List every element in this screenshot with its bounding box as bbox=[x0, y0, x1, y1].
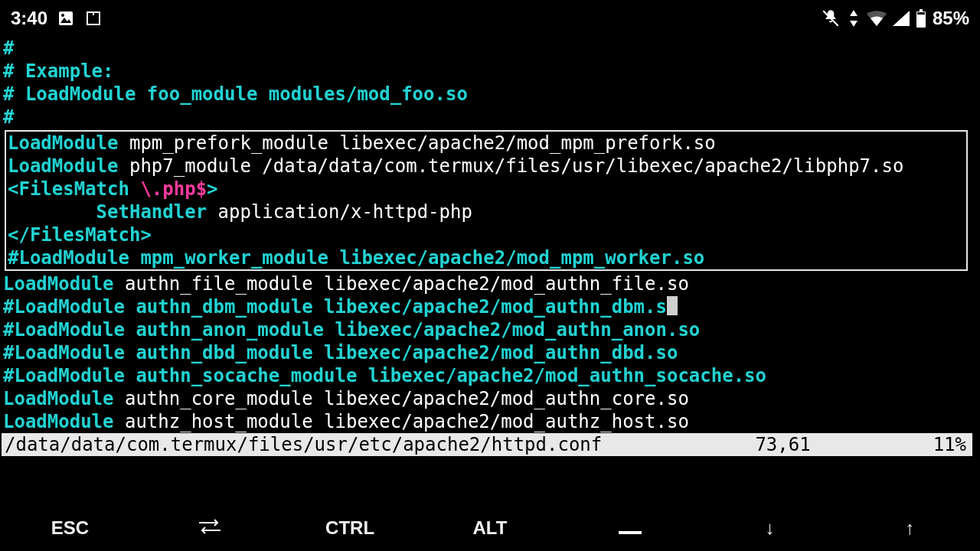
vim-file-path: /data/data/com.termux/files/usr/etc/apac… bbox=[5, 434, 602, 455]
code-line: #LoadModule authn_socache_module libexec… bbox=[3, 364, 977, 387]
code-line: LoadModule authn_core_module libexec/apa… bbox=[3, 387, 977, 410]
code-line: LoadModule authn_file_module libexec/apa… bbox=[3, 272, 977, 295]
code-line: # Example: bbox=[3, 60, 977, 83]
svg-marker-6 bbox=[850, 10, 858, 16]
key-down[interactable]: ↓ bbox=[732, 517, 808, 539]
battery-icon bbox=[916, 9, 926, 28]
code-line: SetHandler application/x-httpd-php bbox=[8, 201, 965, 223]
svg-rect-11 bbox=[917, 12, 925, 15]
svg-point-2 bbox=[61, 14, 64, 17]
wifi-icon bbox=[867, 11, 887, 26]
key-dash[interactable] bbox=[592, 517, 668, 539]
battery-percent: 85% bbox=[933, 8, 969, 29]
vim-cursor-pos: 73,61 bbox=[755, 434, 810, 455]
key-ctrl[interactable]: CTRL bbox=[312, 517, 388, 539]
code-line: # LoadModule foo_module modules/mod_foo.… bbox=[3, 83, 977, 106]
cursor bbox=[667, 296, 678, 315]
terminal-content[interactable]: ## Example:# LoadModule foo_module modul… bbox=[0, 37, 980, 433]
code-line: #LoadModule authn_dbm_module libexec/apa… bbox=[3, 295, 977, 318]
svg-marker-7 bbox=[850, 21, 858, 27]
visual-selection: LoadModule mpm_prefork_module libexec/ap… bbox=[5, 130, 968, 271]
android-status-bar: 3:40 bbox=[0, 0, 980, 37]
code-line: # bbox=[3, 37, 977, 60]
svg-rect-4 bbox=[93, 13, 94, 15]
key-tab[interactable] bbox=[172, 517, 248, 539]
key-alt[interactable]: ALT bbox=[452, 517, 528, 539]
data-icon bbox=[847, 10, 861, 27]
square-icon bbox=[84, 9, 103, 28]
clock: 3:40 bbox=[11, 8, 47, 29]
key-up[interactable]: ↑ bbox=[871, 517, 948, 539]
termux-key-row: ESC CTRL ALT ↓ ↑ bbox=[0, 517, 980, 539]
code-line: LoadModule authz_host_module libexec/apa… bbox=[3, 410, 977, 433]
code-line: #LoadModule authn_anon_module libexec/ap… bbox=[3, 318, 977, 341]
code-line: # bbox=[3, 106, 977, 129]
signal-icon bbox=[893, 11, 910, 26]
code-line: LoadModule php7_module /data/data/com.te… bbox=[8, 155, 965, 178]
code-line: #LoadModule mpm_worker_module libexec/ap… bbox=[8, 246, 965, 269]
image-icon bbox=[57, 9, 75, 28]
svg-marker-8 bbox=[893, 11, 910, 26]
mute-icon bbox=[821, 8, 841, 28]
code-line: <FilesMatch \.php$> bbox=[8, 178, 965, 201]
vim-scroll-pct: 11% bbox=[933, 434, 966, 455]
svg-rect-9 bbox=[920, 9, 923, 11]
vim-status-line: /data/data/com.termux/files/usr/etc/apac… bbox=[2, 433, 972, 456]
key-esc[interactable]: ESC bbox=[31, 517, 108, 539]
code-line: #LoadModule authn_dbd_module libexec/apa… bbox=[3, 341, 977, 364]
code-line: LoadModule mpm_prefork_module libexec/ap… bbox=[8, 132, 965, 155]
svg-rect-0 bbox=[59, 11, 73, 25]
code-line: </FilesMatch> bbox=[8, 223, 965, 246]
